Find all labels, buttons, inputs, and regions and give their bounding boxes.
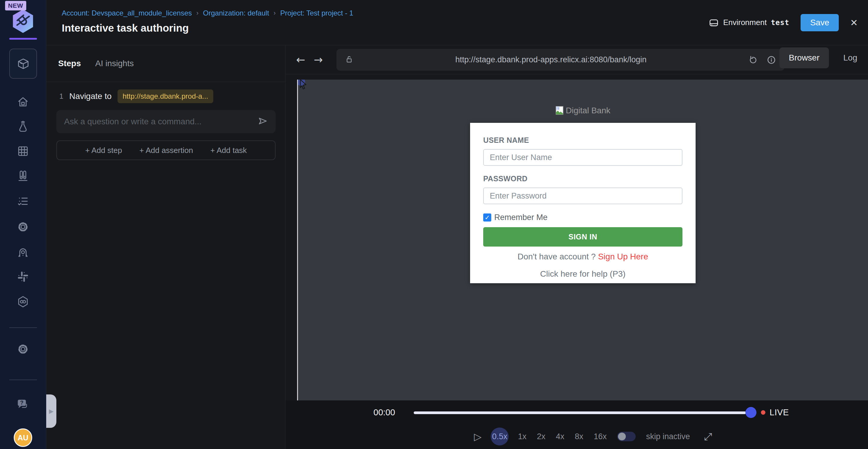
add-step-button[interactable]: + Add step (85, 146, 122, 155)
sidebar-divider (9, 380, 37, 380)
speed-4x[interactable]: 4x (556, 432, 564, 441)
play-icon[interactable]: ▷ (474, 431, 482, 443)
app-root: NEW (0, 0, 868, 449)
bank-logo-text: Digital Bank (566, 106, 610, 116)
command-box (56, 110, 276, 133)
breadcrumb-separator: › (196, 9, 198, 17)
sidebar-item-sessions[interactable] (16, 295, 30, 309)
gear-icon (16, 220, 30, 234)
gear-icon (16, 342, 30, 356)
tab-browser[interactable]: Browser (779, 47, 829, 68)
forward-icon[interactable]: → (314, 54, 323, 66)
browser-panel: ← → http://stage.dbank.prod-apps.relicx.… (285, 45, 868, 449)
bank-logo: Digital Bank (298, 106, 868, 116)
save-button[interactable]: Save (801, 14, 839, 31)
remember-me-checkbox[interactable]: ✓ (483, 214, 491, 222)
close-icon[interactable]: ✕ (850, 17, 858, 28)
step-item[interactable]: 1 Navigate to http://stage.dbank.prod-a.… (59, 90, 213, 103)
sidebar-item-runs[interactable] (16, 169, 30, 183)
hexagon-link-icon (16, 295, 30, 309)
fullscreen-icon[interactable]: ⤢ (704, 430, 712, 443)
sidebar-item-settings[interactable] (16, 342, 30, 356)
playback-controls: ▷ 0.5x 1x 2x 4x 8x 16x skip inactive ⤢ (474, 427, 712, 446)
sidebar-item-workspace[interactable] (9, 49, 37, 79)
sidebar-item-integrations[interactable] (16, 270, 30, 284)
topbar-actions: Environment test Save ✕ (709, 0, 858, 45)
environment-value: test (771, 19, 789, 27)
sidebar-item-home[interactable] (16, 95, 30, 109)
help-link[interactable]: Click here for help (P3) (483, 269, 682, 279)
speed-2x[interactable]: 2x (537, 432, 546, 441)
skip-inactive-label: skip inactive (646, 432, 690, 441)
add-assertion-button[interactable]: + Add assertion (139, 146, 193, 155)
toggle-knob (618, 432, 626, 440)
sidebar-item-suites[interactable] (16, 144, 30, 158)
username-field[interactable] (483, 149, 682, 166)
topbar: Account: Devspace_all_module_licenses › … (46, 0, 868, 45)
signup-link[interactable]: Sign Up Here (598, 252, 648, 261)
login-card: USER NAME PASSWORD ✓ Remember Me SIGN IN… (470, 123, 695, 283)
browser-toolbar: ← → http://stage.dbank.prod-apps.relicx.… (285, 45, 868, 74)
breadcrumb-organization[interactable]: Organization: default (203, 9, 269, 17)
signup-row: Don't have account ? Sign Up Here (483, 252, 682, 261)
session-player: 00:00 LIVE ▷ 0.5x 1x 2x 4x 8x 16x skip i… (285, 400, 868, 449)
speed-8x[interactable]: 8x (575, 432, 583, 441)
columns-icon (16, 169, 30, 183)
tab-ai-insights[interactable]: AI insights (95, 59, 134, 68)
speed-16x[interactable]: 16x (594, 432, 607, 441)
logo-underline (9, 38, 37, 40)
sidebar-item-launch[interactable] (16, 245, 30, 259)
skip-inactive-toggle[interactable] (617, 432, 636, 441)
svg-text:?: ? (20, 399, 24, 406)
back-icon[interactable]: ← (296, 54, 305, 66)
app-logo-icon[interactable] (9, 8, 36, 36)
username-label: USER NAME (483, 136, 682, 145)
sidebar-divider (9, 327, 37, 328)
breadcrumb-separator: › (274, 9, 276, 17)
handle-arrow-icon: ▶ (49, 408, 53, 415)
remote-cursor-icon (297, 79, 312, 95)
environment-selector[interactable]: Environment test (709, 18, 789, 28)
url-bar[interactable]: http://stage.dbank.prod-apps.relicx.ai:8… (337, 49, 784, 71)
speed-0.5x[interactable]: 0.5x (491, 427, 508, 445)
sign-in-button[interactable]: SIGN IN (483, 227, 682, 247)
sidebar-item-tasks[interactable] (16, 194, 30, 208)
slack-icon (16, 270, 30, 284)
step-url-chip[interactable]: http://stage.dbank.prod-a... (118, 90, 213, 103)
tab-steps[interactable]: Steps (58, 59, 81, 68)
environment-label: Environment (723, 18, 767, 27)
broken-image-icon (556, 106, 565, 115)
lock-icon (345, 55, 354, 65)
breadcrumb-account[interactable]: Account: Devspace_all_module_licenses (62, 9, 192, 17)
steps-panel-tabs: Steps AI insights (46, 45, 285, 82)
panel-collapse-handle[interactable]: ▶ (46, 394, 56, 428)
browser-view-tabs: Browser Log (779, 47, 867, 68)
add-task-button[interactable]: + Add task (210, 146, 247, 155)
send-icon[interactable] (258, 116, 268, 127)
live-dot (761, 410, 765, 415)
breadcrumb: Account: Devspace_all_module_licenses › … (62, 9, 353, 17)
user-avatar[interactable]: AU (14, 428, 32, 447)
speed-1x[interactable]: 1x (518, 432, 526, 441)
sidebar-item-tests[interactable] (16, 120, 30, 134)
sidebar-item-config[interactable] (16, 220, 30, 234)
environment-drive-icon (709, 18, 719, 28)
remember-me-row: ✓ Remember Me (483, 213, 682, 222)
help-chat-icon[interactable]: ? (15, 397, 31, 414)
live-label: LIVE (770, 408, 789, 417)
refresh-icon[interactable] (748, 55, 757, 65)
command-input[interactable] (64, 117, 258, 126)
url-actions (748, 55, 776, 65)
cube-icon (16, 57, 30, 71)
breadcrumb-project[interactable]: Project: Test project - 1 (280, 9, 353, 17)
url-text[interactable]: http://stage.dbank.prod-apps.relicx.ai:8… (354, 55, 748, 64)
remember-me-label: Remember Me (494, 213, 548, 222)
browser-viewport[interactable]: Digital Bank USER NAME PASSWORD ✓ Rememb… (297, 79, 868, 400)
timeline-track[interactable] (414, 411, 746, 414)
grid-icon (16, 144, 30, 158)
checklist-icon (16, 194, 30, 208)
password-field[interactable] (483, 188, 682, 204)
timeline-thumb[interactable] (745, 407, 756, 418)
tab-log[interactable]: Log (834, 47, 867, 68)
info-icon[interactable] (767, 55, 776, 65)
